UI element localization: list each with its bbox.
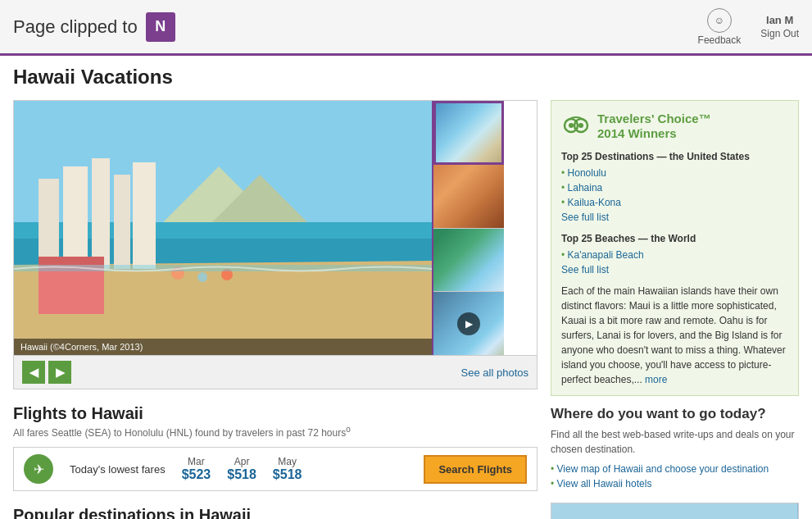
page-clipped-label: Page clipped to	[13, 16, 138, 38]
topbar-right: ☺ Feedback Ian M Sign Out	[698, 8, 799, 46]
svg-rect-7	[63, 166, 88, 269]
flight-icon: ✈	[24, 454, 53, 484]
thumbnail-1[interactable]	[433, 101, 504, 165]
topbar-left: Page clipped to N	[13, 12, 175, 42]
svg-rect-21	[552, 503, 798, 519]
travelers-choice-box: Travelers' Choice™ 2014 Winners Top 25 D…	[551, 100, 799, 396]
username-label: Ian M	[766, 14, 793, 26]
svg-rect-10	[133, 162, 156, 269]
svg-rect-12	[39, 257, 104, 265]
beaches-section-title: Top 25 Beaches — the World	[561, 231, 788, 246]
search-flights-button[interactable]: Search Flights	[424, 455, 527, 484]
right-column: Travelers' Choice™ 2014 Winners Top 25 D…	[551, 100, 799, 519]
flights-fares-bar: ✈ Today's lowest fares Mar $523 Apr $518…	[13, 447, 538, 491]
popular-section: Popular destinations in Hawaii	[13, 506, 538, 519]
thumbnail-2[interactable]	[433, 165, 504, 229]
tc-header: Travelers' Choice™ 2014 Winners	[561, 109, 788, 143]
view-map-link[interactable]: View map of Hawaii and choose your desti…	[551, 463, 799, 475]
svg-point-20	[578, 123, 583, 128]
tc-content: Top 25 Destinations — the United States …	[561, 149, 788, 387]
onenote-icon: N	[146, 12, 175, 42]
feedback-icon: ☺	[707, 8, 732, 33]
see-all-photos-link[interactable]: See all photos	[461, 366, 528, 379]
flights-section: Flights to Hawaii All fares Seattle (SEA…	[13, 404, 538, 491]
gallery-footer: ◀ ▶ See all photos	[14, 355, 537, 389]
signout-button[interactable]: Ian M Sign Out	[760, 14, 799, 39]
thumbnail-4[interactable]: ▶	[433, 292, 504, 355]
more-link[interactable]: more	[645, 374, 667, 385]
svg-point-19	[569, 123, 574, 128]
topbar: Page clipped to N ☺ Feedback Ian M Sign …	[0, 0, 812, 56]
play-button[interactable]: ▶	[457, 312, 480, 335]
destinations-section-title: Top 25 Destinations — the United States	[561, 149, 788, 164]
feedback-button[interactable]: ☺ Feedback	[698, 8, 742, 46]
svg-rect-9	[114, 175, 130, 269]
view-hotels-link[interactable]: View all Hawaii hotels	[551, 478, 799, 489]
where-title: Where do you want to go today?	[551, 406, 799, 422]
main-container: Hawaii Vacations	[0, 56, 812, 519]
gallery-inner: Hawaii (©4Corners, Mar 2013)	[14, 101, 537, 355]
fare-mar: Mar $523	[182, 456, 211, 482]
next-photo-button[interactable]: ▶	[48, 361, 71, 384]
tc-description: Each of the main Hawaiian islands have t…	[561, 284, 788, 387]
flights-subtitle: All fares Seattle (SEA) to Honolulu (HNL…	[13, 425, 538, 439]
fare-may: May $518	[273, 456, 302, 482]
thumbnail-column: ▶	[432, 101, 504, 355]
where-to-go-section: Where do you want to go today? Find all …	[551, 406, 799, 489]
tc-title: Travelers' Choice™ 2014 Winners	[597, 112, 711, 141]
prev-photo-button[interactable]: ◀	[22, 361, 45, 384]
fare-apr: Apr $518	[227, 456, 256, 482]
flights-title: Flights to Hawaii	[13, 404, 538, 423]
main-photo: Hawaii (©4Corners, Mar 2013)	[14, 101, 432, 355]
tripadvisor-logo-icon	[561, 109, 591, 143]
popular-title: Popular destinations in Hawaii	[13, 506, 538, 519]
honolulu-link[interactable]: Honolulu	[561, 166, 788, 180]
signout-label: Sign Out	[760, 28, 799, 39]
photo-gallery: Hawaii (©4Corners, Mar 2013)	[13, 100, 538, 389]
where-description: Find all the best web-based write-ups an…	[551, 427, 799, 457]
svg-rect-8	[92, 158, 110, 269]
feedback-label: Feedback	[698, 34, 742, 46]
page-title: Hawaii Vacations	[13, 66, 799, 89]
svg-point-14	[197, 272, 207, 282]
gallery-nav: ◀ ▶	[22, 361, 71, 384]
photo-caption: Hawaii (©4Corners, Mar 2013)	[14, 339, 432, 355]
svg-rect-6	[39, 179, 59, 269]
lowest-fares-label: Today's lowest fares	[70, 463, 166, 476]
lahaina-link[interactable]: Lahaina	[561, 180, 788, 195]
left-column: Hawaii (©4Corners, Mar 2013)	[13, 100, 538, 519]
kailua-kona-link[interactable]: Kailua-Kona	[561, 195, 788, 210]
see-full-list-beaches[interactable]: See full list	[561, 264, 609, 275]
content-wrapper: Hawaii (©4Corners, Mar 2013)	[13, 100, 799, 519]
see-full-list-destinations[interactable]: See full list	[561, 212, 609, 223]
thumbnail-3[interactable]	[433, 229, 504, 293]
hawaii-map	[551, 503, 799, 519]
kaanapali-beach-link[interactable]: Ka'anapali Beach	[561, 248, 788, 262]
